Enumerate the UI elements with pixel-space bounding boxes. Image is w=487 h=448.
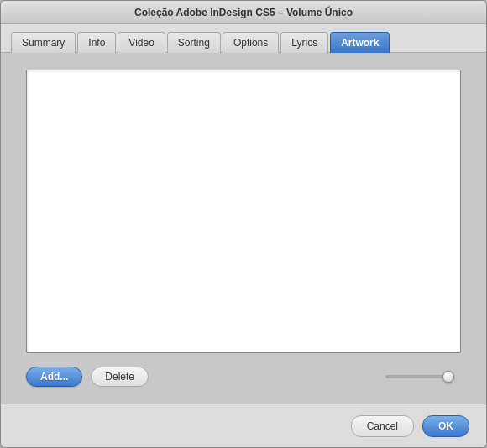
tab-video[interactable]: Video [118, 32, 165, 53]
artwork-controls: Add... Delete [26, 367, 461, 387]
add-button[interactable]: Add... [26, 367, 82, 387]
cancel-button[interactable]: Cancel [351, 415, 414, 437]
delete-button[interactable]: Delete [91, 367, 149, 387]
tab-artwork[interactable]: Artwork [330, 32, 390, 53]
slider-thumb[interactable] [442, 371, 454, 383]
window-title: Coleção Adobe InDesign CS5 – Volume Únic… [134, 7, 353, 18]
title-bar: Coleção Adobe InDesign CS5 – Volume Únic… [1, 1, 486, 24]
content-area: Summary Info Video Sorting Options Lyric… [1, 24, 486, 404]
footer: Cancel OK [1, 404, 486, 447]
size-slider-container [385, 375, 453, 378]
tab-sorting[interactable]: Sorting [167, 32, 221, 53]
slider-track[interactable] [385, 375, 453, 378]
tab-options[interactable]: Options [223, 32, 279, 53]
main-window: Coleção Adobe InDesign CS5 – Volume Únic… [0, 0, 487, 448]
artwork-panel: Add... Delete [1, 53, 486, 404]
tab-lyrics[interactable]: Lyrics [280, 32, 328, 53]
tab-info[interactable]: Info [77, 32, 116, 53]
artwork-display-area [26, 70, 461, 353]
ok-button[interactable]: OK [422, 415, 469, 437]
tab-summary[interactable]: Summary [11, 32, 76, 53]
tabs-bar: Summary Info Video Sorting Options Lyric… [1, 24, 486, 53]
